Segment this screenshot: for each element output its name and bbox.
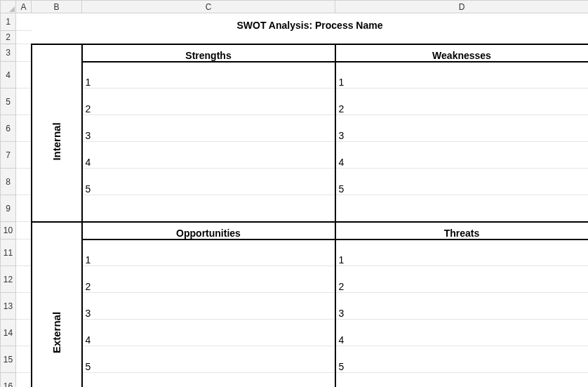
threat-item-5[interactable]: 5 (335, 346, 589, 373)
opportunity-item-4[interactable]: 4 (82, 320, 335, 346)
row-6: 6 3 3 (1, 115, 589, 142)
threat-item-3[interactable]: 3 (335, 293, 589, 320)
row-header-14[interactable]: 14 (1, 320, 16, 346)
row-header-6[interactable]: 6 (1, 115, 16, 142)
row-14: 14 4 4 (1, 320, 589, 346)
opportunity-item-3[interactable]: 3 (82, 293, 335, 320)
threat-item-1[interactable]: 1 (335, 240, 589, 266)
cell-A7[interactable] (16, 142, 32, 169)
cell-A14[interactable] (16, 320, 32, 346)
row-8: 8 5 5 (1, 169, 589, 195)
row-9: 9 (1, 195, 589, 222)
strengths-header[interactable]: Strengths (82, 44, 335, 62)
strength-item-2[interactable]: 2 (82, 88, 335, 115)
cell-A15[interactable] (16, 346, 32, 373)
internal-label-text: Internal (51, 122, 62, 160)
cell-A12[interactable] (16, 266, 32, 293)
cell-B2[interactable] (32, 31, 82, 44)
cell-A5[interactable] (16, 88, 32, 115)
row-header-10[interactable]: 10 (1, 222, 16, 240)
strength-blank[interactable] (82, 195, 335, 222)
weakness-item-4[interactable]: 4 (335, 142, 589, 169)
external-label: External (32, 240, 82, 388)
strength-item-4[interactable]: 4 (82, 142, 335, 169)
cell-D2[interactable] (335, 31, 589, 44)
spreadsheet: A B C D 1 SWOT Analysis: Process Name 2 … (0, 0, 588, 387)
threats-header[interactable]: Threats (335, 222, 589, 240)
opportunity-item-1[interactable]: 1 (82, 240, 335, 266)
row-5: 5 2 2 (1, 88, 589, 115)
col-header-D[interactable]: D (335, 1, 589, 13)
cell-C2[interactable] (82, 31, 335, 44)
opportunity-item-6[interactable]: 4 (82, 373, 335, 388)
title-cell[interactable]: SWOT Analysis: Process Name (32, 13, 589, 31)
row-2: 2 (1, 31, 589, 44)
cell-A4[interactable] (16, 62, 32, 88)
cell-A6[interactable] (16, 115, 32, 142)
row-header-15[interactable]: 15 (1, 346, 16, 373)
select-all-corner[interactable] (1, 1, 16, 13)
row-header-13[interactable]: 13 (1, 293, 16, 320)
external-label-text: External (51, 312, 62, 353)
strength-item-1[interactable]: 1 (82, 62, 335, 88)
row-4: 4 Internal 1 1 (1, 62, 589, 88)
row-header-16[interactable]: 16 (1, 373, 16, 388)
threat-item-6[interactable]: 4 (335, 373, 589, 388)
row-16: 16 4 4 (1, 373, 589, 388)
weakness-item-1[interactable]: 1 (335, 62, 589, 88)
row-12: 12 2 2 (1, 266, 589, 293)
cell-A10[interactable] (16, 222, 32, 240)
col-header-C[interactable]: C (82, 1, 335, 13)
row-13: 13 3 3 (1, 293, 589, 320)
cell-A3[interactable] (16, 44, 32, 62)
row-header-11[interactable]: 11 (1, 240, 16, 266)
cell-A9[interactable] (16, 195, 32, 222)
threat-item-4[interactable]: 4 (335, 320, 589, 346)
weakness-blank[interactable] (335, 195, 589, 222)
row-header-4[interactable]: 4 (1, 62, 16, 88)
row-7: 7 4 4 (1, 142, 589, 169)
cell-A2[interactable] (16, 31, 32, 44)
strength-item-5[interactable]: 5 (82, 169, 335, 195)
row-15: 15 5 5 (1, 346, 589, 373)
row-11: 11 External 1 1 (1, 240, 589, 266)
row-3: 3 Strengths Weaknesses (1, 44, 589, 62)
weaknesses-header[interactable]: Weaknesses (335, 44, 589, 62)
row-header-1[interactable]: 1 (1, 13, 16, 31)
row-header-2[interactable]: 2 (1, 31, 16, 44)
row-1: 1 SWOT Analysis: Process Name (1, 13, 589, 31)
row-header-7[interactable]: 7 (1, 142, 16, 169)
threat-item-2[interactable]: 2 (335, 266, 589, 293)
col-header-B[interactable]: B (32, 1, 82, 13)
opportunity-item-2[interactable]: 2 (82, 266, 335, 293)
row-header-5[interactable]: 5 (1, 88, 16, 115)
weakness-item-3[interactable]: 3 (335, 115, 589, 142)
row-10: 10 Opportunities Threats (1, 222, 589, 240)
cell-B10[interactable] (32, 222, 82, 240)
cell-A8[interactable] (16, 169, 32, 195)
weakness-item-5[interactable]: 5 (335, 169, 589, 195)
row-header-8[interactable]: 8 (1, 169, 16, 195)
cell-B3[interactable] (32, 44, 82, 62)
row-header-12[interactable]: 12 (1, 266, 16, 293)
weakness-item-2[interactable]: 2 (335, 88, 589, 115)
column-headers: A B C D (1, 1, 589, 13)
opportunities-header[interactable]: Opportunities (82, 222, 335, 240)
cell-A11[interactable] (16, 240, 32, 266)
col-header-A[interactable]: A (16, 1, 32, 13)
row-header-9[interactable]: 9 (1, 195, 16, 222)
cell-A1[interactable] (16, 13, 32, 31)
opportunity-item-5[interactable]: 5 (82, 346, 335, 373)
strength-item-3[interactable]: 3 (82, 115, 335, 142)
cell-A16[interactable] (16, 373, 32, 388)
row-header-3[interactable]: 3 (1, 44, 16, 62)
internal-label: Internal (32, 62, 82, 222)
cell-A13[interactable] (16, 293, 32, 320)
